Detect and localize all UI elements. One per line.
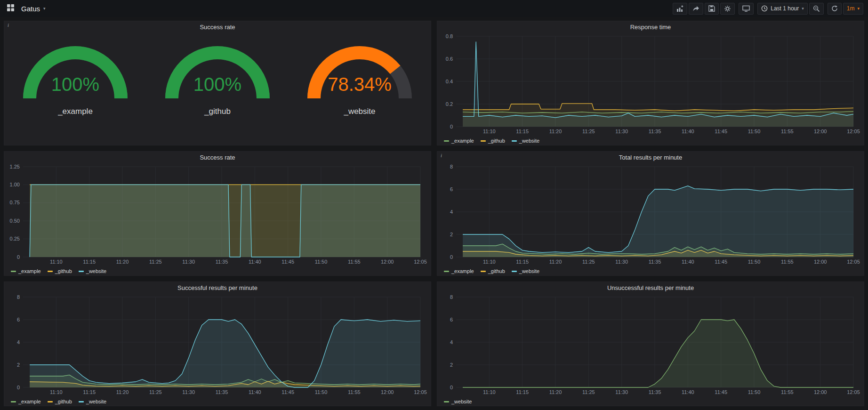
svg-text:0.8: 0.8 — [446, 33, 453, 39]
svg-text:11:20: 11:20 — [549, 389, 562, 395]
svg-text:11:45: 11:45 — [715, 259, 727, 265]
legend-item-github[interactable]: _github — [48, 399, 72, 404]
legend-item-github[interactable]: _github — [481, 138, 505, 144]
svg-text:11:25: 11:25 — [149, 259, 162, 265]
success-rate-chart[interactable]: 00.250.500.751.001.2511:1011:1511:2011:2… — [7, 163, 428, 267]
svg-text:12:05: 12:05 — [847, 259, 860, 265]
panel-title-response-time[interactable]: Response time — [437, 21, 864, 32]
legend-item-example[interactable]: _example — [11, 268, 41, 274]
svg-text:11:15: 11:15 — [516, 129, 529, 134]
dashboard-grid-button[interactable] — [4, 2, 17, 15]
chevron-down-icon: ▾ — [802, 7, 804, 11]
svg-text:11:20: 11:20 — [116, 389, 129, 395]
legend-item-example[interactable]: _example — [11, 399, 41, 404]
refresh-button[interactable] — [828, 3, 842, 15]
svg-text:0: 0 — [17, 254, 20, 260]
svg-text:11:55: 11:55 — [348, 389, 361, 395]
panel-title-success-rate-timeline[interactable]: Success rate — [4, 152, 431, 163]
legend-item-website[interactable]: _website — [444, 399, 472, 404]
zoom-out-button[interactable] — [809, 3, 824, 15]
chevron-down-icon: ▾ — [43, 7, 46, 11]
svg-text:11:35: 11:35 — [649, 259, 661, 265]
svg-text:0.2: 0.2 — [446, 101, 453, 107]
top-navbar: Gatus ▾ — [0, 0, 868, 17]
chart-plot-svg: 00.250.500.751.001.2511:1011:1511:2011:2… — [7, 163, 428, 265]
legend-series-name: _website — [86, 268, 106, 274]
svg-text:12:00: 12:00 — [814, 129, 827, 134]
successful-results-chart[interactable]: 0246811:1011:1511:2011:2511:3011:3511:40… — [7, 293, 428, 397]
save-button[interactable] — [705, 3, 719, 15]
time-range-picker-button[interactable]: Last 1 hour ▾ — [757, 3, 808, 15]
grid-icon — [7, 4, 15, 13]
svg-text:11:20: 11:20 — [549, 129, 562, 134]
panel-title-success-rate-gauges[interactable]: Success rate — [4, 21, 431, 32]
legend-series-name: _github — [488, 138, 505, 144]
legend-item-website[interactable]: _website — [79, 268, 106, 274]
cycle-view-mode-button[interactable] — [739, 3, 754, 15]
legend-series-name: _github — [55, 399, 72, 404]
svg-text:11:30: 11:30 — [615, 389, 628, 395]
svg-text:12:05: 12:05 — [414, 259, 427, 265]
settings-button[interactable] — [720, 3, 735, 15]
gauge-value-website: 78.34% — [298, 75, 421, 94]
panel-title-successful-results[interactable]: Successful results per minute — [4, 282, 431, 293]
legend-series-color-dash — [11, 401, 16, 402]
legend-item-github[interactable]: _github — [48, 268, 72, 274]
svg-text:2: 2 — [17, 362, 20, 368]
svg-text:0: 0 — [450, 385, 453, 390]
panel-title-unsuccessful-results[interactable]: Unsuccessful results per minute — [437, 282, 864, 293]
svg-text:11:45: 11:45 — [281, 389, 294, 395]
legend-item-example[interactable]: _example — [444, 138, 474, 144]
svg-text:11:35: 11:35 — [216, 389, 228, 395]
chart-plot-svg: 0246811:1011:1511:2011:2511:3011:3511:40… — [440, 293, 861, 395]
nav-right: Last 1 hour ▾ 1m ▾ — [673, 3, 863, 15]
legend-series-name: _example — [18, 268, 41, 274]
legend-series-name: _example — [18, 399, 41, 404]
gear-icon — [724, 5, 731, 12]
gauge-row: 100% _example 100% _github 78.34% _websi… — [4, 32, 431, 145]
add-panel-button[interactable] — [673, 3, 687, 15]
panel-info-icon[interactable]: i — [438, 152, 444, 159]
response-time-legend: _example_github_website — [437, 137, 864, 145]
response-time-chart[interactable]: 00.20.40.60.811:1011:1511:2011:2511:3011… — [440, 32, 861, 137]
svg-text:12:05: 12:05 — [847, 389, 860, 395]
dashboard-title: Gatus — [21, 5, 40, 13]
legend-series-color-dash — [444, 271, 449, 272]
panel-success-rate-gauges: i Success rate 100% _example 100% _githu… — [4, 21, 431, 145]
svg-text:11:15: 11:15 — [83, 389, 96, 395]
panel-info-icon[interactable]: i — [5, 21, 11, 29]
legend-item-github[interactable]: _github — [481, 268, 505, 274]
svg-text:12:05: 12:05 — [414, 389, 427, 395]
svg-text:11:50: 11:50 — [748, 129, 761, 134]
svg-text:12:00: 12:00 — [814, 259, 827, 265]
dashboard-title-button[interactable]: Gatus ▾ — [18, 3, 48, 15]
legend-series-color-dash — [444, 140, 449, 142]
svg-text:11:50: 11:50 — [315, 389, 328, 395]
svg-text:11:15: 11:15 — [516, 389, 529, 395]
legend-item-website[interactable]: _website — [79, 399, 106, 404]
svg-text:11:30: 11:30 — [182, 259, 195, 265]
svg-text:11:25: 11:25 — [149, 389, 162, 395]
legend-series-color-dash — [512, 140, 517, 142]
svg-text:2: 2 — [450, 362, 453, 368]
svg-text:11:55: 11:55 — [781, 129, 794, 134]
chart-plot-svg: 00.20.40.60.811:1011:1511:2011:2511:3011… — [440, 32, 861, 135]
panel-title-total-results[interactable]: Total results per minute — [437, 152, 864, 163]
svg-text:11:15: 11:15 — [516, 259, 529, 265]
legend-item-example[interactable]: _example — [444, 268, 474, 274]
unsuccessful-results-chart[interactable]: 0246811:1011:1511:2011:2511:3011:3511:40… — [440, 293, 861, 397]
share-button[interactable] — [689, 3, 703, 15]
legend-item-website[interactable]: _website — [512, 138, 539, 144]
refresh-interval-picker-button[interactable]: 1m ▾ — [843, 3, 863, 15]
svg-text:0.25: 0.25 — [10, 236, 20, 241]
svg-text:11:45: 11:45 — [281, 259, 294, 265]
svg-text:11:45: 11:45 — [715, 129, 727, 134]
time-range-label: Last 1 hour — [771, 5, 799, 12]
gauge-label-github: _github — [204, 107, 231, 116]
gauge-label-website: _website — [344, 107, 375, 116]
total-results-chart[interactable]: 0246811:1011:1511:2011:2511:3011:3511:40… — [440, 163, 861, 267]
legend-series-color-dash — [444, 401, 449, 402]
svg-text:6: 6 — [450, 186, 453, 192]
svg-text:11:40: 11:40 — [682, 259, 694, 265]
legend-item-website[interactable]: _website — [512, 268, 539, 274]
